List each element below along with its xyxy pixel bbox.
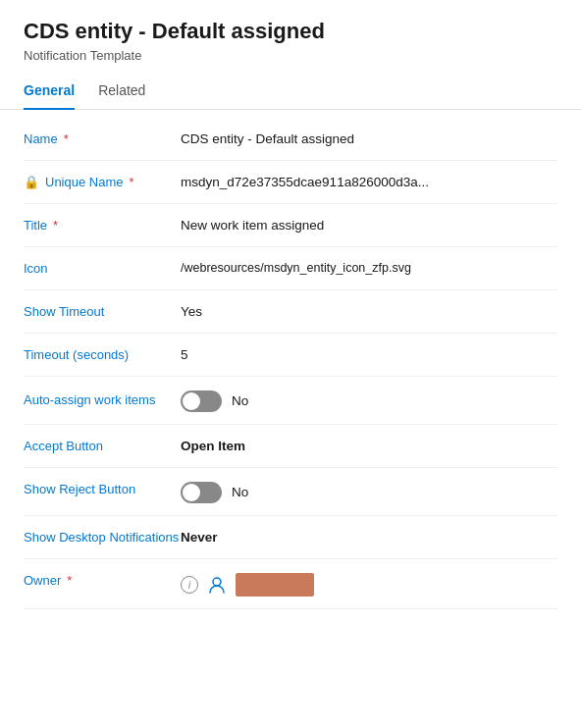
value-unique-name: msdyn_d72e37355dcae911a826000d3a... — [181, 173, 495, 189]
page-header: CDS entity - Default assigned Notificati… — [0, 0, 581, 63]
label-name-text: Name — [24, 131, 58, 146]
label-icon: Icon — [24, 259, 181, 276]
label-show-desktop-text: Show Desktop Notifications — [24, 530, 179, 545]
label-title-text: Title — [24, 218, 47, 233]
label-unique-name-text: Unique Name — [45, 175, 124, 189]
owner-row: i — [181, 573, 557, 597]
field-timeout-seconds: Timeout (seconds) 5 — [24, 334, 557, 377]
value-show-reject: No — [181, 480, 557, 503]
toggle-show-reject-knob — [183, 484, 200, 501]
label-show-timeout-text: Show Timeout — [24, 304, 104, 319]
value-title: New work item assigned — [181, 216, 557, 233]
toggle-show-reject-container: No — [181, 482, 557, 503]
tab-bar: General Related — [0, 71, 581, 110]
owner-color-block — [236, 573, 314, 597]
label-owner: Owner * — [24, 571, 181, 588]
tab-related[interactable]: Related — [98, 82, 145, 110]
field-owner: Owner * i — [24, 559, 557, 609]
field-icon: Icon /webresources/msdyn_entity_icon_zfp… — [24, 247, 557, 290]
page-title: CDS entity - Default assigned — [24, 18, 557, 46]
field-accept-button: Accept Button Open Item — [24, 425, 557, 468]
owner-person-icon — [206, 574, 228, 596]
label-owner-text: Owner — [24, 573, 61, 588]
value-timeout-seconds: 5 — [181, 345, 557, 362]
field-auto-assign: Auto-assign work items No — [24, 377, 557, 425]
toggle-auto-assign-label: No — [232, 393, 248, 408]
label-auto-assign: Auto-assign work items — [24, 389, 181, 407]
label-title: Title * — [24, 216, 181, 233]
label-unique-name: 🔒 Unique Name * — [24, 173, 181, 189]
toggle-auto-assign[interactable] — [181, 390, 222, 412]
value-accept-button: Open Item — [181, 437, 557, 453]
label-auto-assign-text: Auto-assign work items — [24, 392, 155, 407]
owner-info-icon[interactable]: i — [181, 576, 198, 594]
required-star-title: * — [53, 218, 58, 233]
tab-general[interactable]: General — [24, 82, 75, 110]
label-timeout-seconds: Timeout (seconds) — [24, 345, 181, 362]
field-show-reject: Show Reject Button No — [24, 468, 557, 516]
label-name: Name * — [24, 130, 181, 146]
label-show-timeout: Show Timeout — [24, 302, 181, 319]
required-star-unique-name: * — [130, 175, 134, 189]
label-show-desktop: Show Desktop Notifications — [24, 528, 181, 545]
value-show-timeout: Yes — [181, 302, 557, 319]
required-star-name: * — [64, 131, 69, 146]
value-owner: i — [181, 571, 557, 597]
label-show-reject: Show Reject Button — [24, 480, 181, 496]
toggle-show-reject-label: No — [232, 485, 248, 499]
field-show-timeout: Show Timeout Yes — [24, 290, 557, 334]
value-name: CDS entity - Default assigned — [181, 130, 557, 146]
label-accept-button: Accept Button — [24, 437, 181, 453]
value-auto-assign: No — [181, 389, 557, 412]
svg-point-0 — [213, 578, 221, 586]
label-timeout-seconds-text: Timeout (seconds) — [24, 347, 129, 362]
toggle-auto-assign-knob — [183, 392, 200, 410]
page-subtitle: Notification Template — [24, 48, 557, 63]
toggle-show-reject[interactable] — [181, 482, 222, 503]
field-title: Title * New work item assigned — [24, 204, 557, 247]
label-icon-text: Icon — [24, 261, 48, 276]
field-name: Name * CDS entity - Default assigned — [24, 118, 557, 161]
label-show-reject-text: Show Reject Button — [24, 482, 135, 496]
required-star-owner: * — [67, 573, 72, 588]
value-icon: /webresources/msdyn_entity_icon_zfp.svg — [181, 259, 557, 275]
lock-icon: 🔒 — [24, 175, 39, 189]
toggle-auto-assign-container: No — [181, 390, 557, 412]
value-show-desktop: Never — [181, 528, 557, 545]
label-accept-button-text: Accept Button — [24, 439, 103, 453]
field-unique-name: 🔒 Unique Name * msdyn_d72e37355dcae911a8… — [24, 161, 557, 204]
person-svg — [207, 575, 227, 595]
form-container: Name * CDS entity - Default assigned 🔒 U… — [0, 118, 581, 609]
field-show-desktop: Show Desktop Notifications Never — [24, 516, 557, 559]
